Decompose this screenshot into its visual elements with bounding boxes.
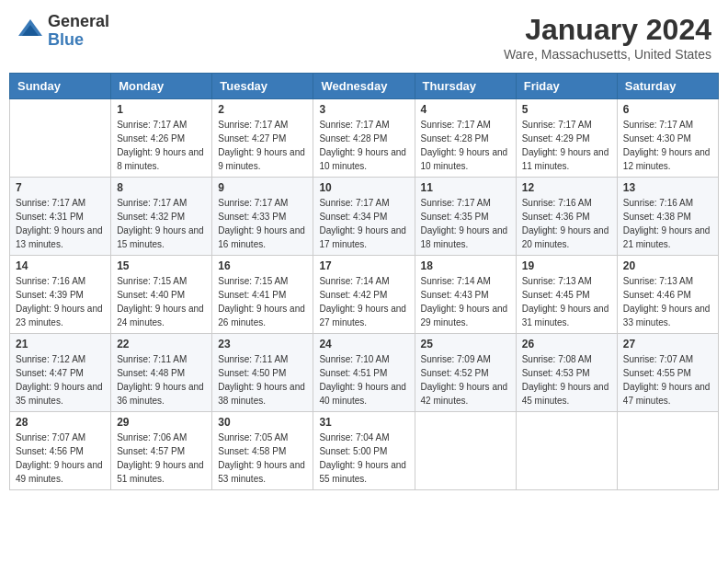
calendar-cell: 20Sunrise: 7:13 AMSunset: 4:46 PMDayligh… — [617, 256, 718, 334]
calendar-cell — [10, 99, 111, 178]
calendar-cell: 15Sunrise: 7:15 AMSunset: 4:40 PMDayligh… — [111, 256, 212, 334]
calendar-cell: 14Sunrise: 7:16 AMSunset: 4:39 PMDayligh… — [10, 256, 111, 334]
day-number: 13 — [623, 181, 712, 194]
day-info: Sunrise: 7:17 AMSunset: 4:35 PMDaylight:… — [421, 196, 510, 251]
calendar-week-3: 14Sunrise: 7:16 AMSunset: 4:39 PMDayligh… — [10, 256, 719, 334]
day-number: 17 — [319, 259, 408, 272]
col-tuesday: Tuesday — [212, 74, 313, 99]
day-info: Sunrise: 7:17 AMSunset: 4:33 PMDaylight:… — [218, 196, 307, 251]
page-header: General Blue January 2024 Ware, Massachu… — [9, 9, 719, 65]
day-info: Sunrise: 7:17 AMSunset: 4:28 PMDaylight:… — [421, 118, 510, 173]
logo-blue-text: Blue — [48, 31, 109, 50]
calendar-cell: 25Sunrise: 7:09 AMSunset: 4:52 PMDayligh… — [415, 334, 516, 412]
day-info: Sunrise: 7:07 AMSunset: 4:56 PMDaylight:… — [16, 431, 105, 486]
day-number: 8 — [117, 181, 206, 194]
calendar-cell — [516, 412, 617, 490]
calendar-week-5: 28Sunrise: 7:07 AMSunset: 4:56 PMDayligh… — [10, 412, 719, 490]
day-info: Sunrise: 7:05 AMSunset: 4:58 PMDaylight:… — [218, 431, 307, 486]
col-wednesday: Wednesday — [313, 74, 415, 99]
day-number: 25 — [421, 338, 510, 350]
day-number: 22 — [117, 338, 206, 350]
day-number: 15 — [117, 259, 206, 272]
month-title: January 2024 — [504, 13, 711, 47]
calendar-cell: 17Sunrise: 7:14 AMSunset: 4:42 PMDayligh… — [313, 256, 415, 334]
day-number: 7 — [16, 181, 105, 194]
day-info: Sunrise: 7:17 AMSunset: 4:26 PMDaylight:… — [117, 118, 206, 173]
day-info: Sunrise: 7:17 AMSunset: 4:31 PMDaylight:… — [16, 196, 105, 251]
day-info: Sunrise: 7:16 AMSunset: 4:39 PMDaylight:… — [16, 274, 105, 329]
calendar-cell: 27Sunrise: 7:07 AMSunset: 4:55 PMDayligh… — [617, 334, 718, 412]
day-info: Sunrise: 7:16 AMSunset: 4:38 PMDaylight:… — [623, 196, 712, 251]
calendar-cell: 19Sunrise: 7:13 AMSunset: 4:45 PMDayligh… — [516, 256, 617, 334]
day-info: Sunrise: 7:17 AMSunset: 4:34 PMDaylight:… — [319, 196, 408, 251]
day-number: 23 — [218, 338, 307, 350]
day-info: Sunrise: 7:10 AMSunset: 4:51 PMDaylight:… — [319, 352, 408, 408]
day-number: 31 — [319, 416, 408, 429]
calendar-cell: 12Sunrise: 7:16 AMSunset: 4:36 PMDayligh… — [516, 178, 617, 256]
day-info: Sunrise: 7:17 AMSunset: 4:27 PMDaylight:… — [218, 118, 307, 173]
day-number: 11 — [421, 181, 510, 194]
calendar-cell: 22Sunrise: 7:11 AMSunset: 4:48 PMDayligh… — [111, 334, 212, 412]
day-info: Sunrise: 7:17 AMSunset: 4:29 PMDaylight:… — [522, 118, 611, 173]
day-info: Sunrise: 7:11 AMSunset: 4:50 PMDaylight:… — [218, 352, 307, 408]
calendar-cell: 7Sunrise: 7:17 AMSunset: 4:31 PMDaylight… — [10, 178, 111, 256]
day-number: 21 — [16, 338, 105, 350]
day-info: Sunrise: 7:15 AMSunset: 4:41 PMDaylight:… — [218, 274, 307, 329]
calendar-cell: 1Sunrise: 7:17 AMSunset: 4:26 PMDaylight… — [111, 99, 212, 178]
calendar-cell — [617, 412, 718, 490]
calendar-cell: 18Sunrise: 7:14 AMSunset: 4:43 PMDayligh… — [415, 256, 516, 334]
col-saturday: Saturday — [617, 74, 718, 99]
day-number: 1 — [117, 103, 206, 116]
day-number: 24 — [319, 338, 408, 350]
col-sunday: Sunday — [10, 74, 111, 99]
calendar-week-2: 7Sunrise: 7:17 AMSunset: 4:31 PMDaylight… — [10, 178, 719, 256]
day-info: Sunrise: 7:17 AMSunset: 4:32 PMDaylight:… — [117, 196, 206, 251]
day-info: Sunrise: 7:16 AMSunset: 4:36 PMDaylight:… — [522, 196, 611, 251]
day-info: Sunrise: 7:04 AMSunset: 5:00 PMDaylight:… — [319, 431, 408, 486]
calendar-cell: 23Sunrise: 7:11 AMSunset: 4:50 PMDayligh… — [212, 334, 313, 412]
day-number: 6 — [623, 103, 712, 116]
day-number: 2 — [218, 103, 307, 116]
day-info: Sunrise: 7:13 AMSunset: 4:46 PMDaylight:… — [623, 274, 712, 329]
calendar-cell: 29Sunrise: 7:06 AMSunset: 4:57 PMDayligh… — [111, 412, 212, 490]
calendar-cell: 5Sunrise: 7:17 AMSunset: 4:29 PMDaylight… — [516, 99, 617, 178]
day-info: Sunrise: 7:12 AMSunset: 4:47 PMDaylight:… — [16, 352, 105, 408]
day-number: 3 — [319, 103, 408, 116]
calendar-cell: 28Sunrise: 7:07 AMSunset: 4:56 PMDayligh… — [10, 412, 111, 490]
day-number: 20 — [623, 259, 712, 272]
day-number: 18 — [421, 259, 510, 272]
day-info: Sunrise: 7:07 AMSunset: 4:55 PMDaylight:… — [623, 352, 712, 408]
calendar-cell: 24Sunrise: 7:10 AMSunset: 4:51 PMDayligh… — [313, 334, 415, 412]
calendar-cell: 13Sunrise: 7:16 AMSunset: 4:38 PMDayligh… — [617, 178, 718, 256]
calendar-cell: 9Sunrise: 7:17 AMSunset: 4:33 PMDaylight… — [212, 178, 313, 256]
col-thursday: Thursday — [415, 74, 516, 99]
calendar-table: Sunday Monday Tuesday Wednesday Thursday… — [9, 73, 719, 490]
title-area: January 2024 Ware, Massachusetts, United… — [504, 13, 711, 62]
day-number: 29 — [117, 416, 206, 429]
col-friday: Friday — [516, 74, 617, 99]
day-info: Sunrise: 7:17 AMSunset: 4:28 PMDaylight:… — [319, 118, 408, 173]
day-number: 5 — [522, 103, 611, 116]
calendar-cell: 31Sunrise: 7:04 AMSunset: 5:00 PMDayligh… — [313, 412, 415, 490]
day-info: Sunrise: 7:09 AMSunset: 4:52 PMDaylight:… — [421, 352, 510, 408]
calendar-cell: 11Sunrise: 7:17 AMSunset: 4:35 PMDayligh… — [415, 178, 516, 256]
calendar-cell: 4Sunrise: 7:17 AMSunset: 4:28 PMDaylight… — [415, 99, 516, 178]
day-info: Sunrise: 7:17 AMSunset: 4:30 PMDaylight:… — [623, 118, 712, 173]
calendar-cell: 21Sunrise: 7:12 AMSunset: 4:47 PMDayligh… — [10, 334, 111, 412]
logo: General Blue — [17, 13, 109, 50]
calendar-cell: 6Sunrise: 7:17 AMSunset: 4:30 PMDaylight… — [617, 99, 718, 178]
calendar-cell: 16Sunrise: 7:15 AMSunset: 4:41 PMDayligh… — [212, 256, 313, 334]
day-info: Sunrise: 7:08 AMSunset: 4:53 PMDaylight:… — [522, 352, 611, 408]
day-number: 9 — [218, 181, 307, 194]
day-number: 12 — [522, 181, 611, 194]
calendar-cell: 30Sunrise: 7:05 AMSunset: 4:58 PMDayligh… — [212, 412, 313, 490]
day-number: 27 — [623, 338, 712, 350]
day-number: 19 — [522, 259, 611, 272]
calendar-cell: 3Sunrise: 7:17 AMSunset: 4:28 PMDaylight… — [313, 99, 415, 178]
day-info: Sunrise: 7:11 AMSunset: 4:48 PMDaylight:… — [117, 352, 206, 408]
calendar-cell: 8Sunrise: 7:17 AMSunset: 4:32 PMDaylight… — [111, 178, 212, 256]
day-number: 14 — [16, 259, 105, 272]
day-info: Sunrise: 7:14 AMSunset: 4:43 PMDaylight:… — [421, 274, 510, 329]
location-subtitle: Ware, Massachusetts, United States — [504, 47, 711, 62]
calendar-cell — [415, 412, 516, 490]
